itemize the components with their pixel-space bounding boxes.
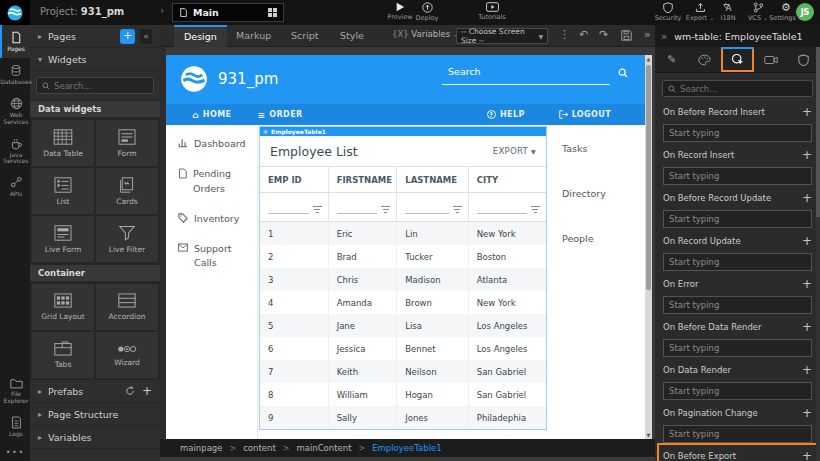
expand-right-panel-icon[interactable]: » xyxy=(644,28,651,41)
breadcrumb-item[interactable]: mainpage xyxy=(180,443,222,453)
filter-icon[interactable] xyxy=(531,206,540,215)
export-dropdown-button[interactable]: EXPORT ▼ xyxy=(493,146,536,156)
undo-icon[interactable]: ↶ xyxy=(579,28,588,41)
inspector-scrollbar[interactable] xyxy=(816,47,820,461)
table-row[interactable]: 8WilliamHoganSan Gabriel xyxy=(260,383,546,406)
table-row[interactable]: 7KeithNeilsonSan Gabriel xyxy=(260,360,546,383)
refresh-icon[interactable] xyxy=(125,386,135,396)
user-avatar[interactable]: JS xyxy=(796,3,814,21)
widget-wizard[interactable]: Wizard xyxy=(96,332,158,378)
table-row[interactable]: 9SallyJonesPhiladephia xyxy=(260,406,546,429)
widget-search-input[interactable] xyxy=(54,81,148,91)
table-row[interactable]: 2BradTuckerBoston xyxy=(260,245,546,268)
filter-icon[interactable] xyxy=(313,206,322,215)
table-row[interactable]: 6JessicaBennetLos Angeles xyxy=(260,337,546,360)
widget-form[interactable]: Form xyxy=(96,120,158,166)
tab-styles[interactable] xyxy=(688,47,721,72)
page-grid-icon[interactable] xyxy=(268,8,277,17)
widget-live-filter[interactable]: Live Filter xyxy=(96,216,158,262)
variables-section-header[interactable]: ▸ Variables xyxy=(30,426,160,449)
widget-accordion[interactable]: Accordion xyxy=(96,284,158,330)
rail-item-web-services[interactable]: Web Services xyxy=(0,91,30,131)
add-event-icon[interactable]: + xyxy=(802,149,812,161)
filter-icon[interactable] xyxy=(453,206,462,215)
tab-script[interactable]: Script xyxy=(281,25,329,47)
table-row[interactable]: 3ChrisMadisonAtlanta xyxy=(260,268,546,291)
menu-item-inventory[interactable]: Inventory xyxy=(178,212,257,226)
widget-list[interactable]: List xyxy=(32,168,94,214)
add-event-icon[interactable]: + xyxy=(802,235,812,247)
scrollbar-thumb[interactable] xyxy=(646,65,651,290)
tab-events[interactable] xyxy=(721,47,754,72)
rail-item-file-explorer[interactable]: File Explorer xyxy=(0,371,30,410)
nav-order[interactable]: ≡ ORDER xyxy=(257,110,302,120)
screen-size-select[interactable]: -- Choose Screen Size -- ▼ xyxy=(456,28,548,44)
event-handler-input[interactable] xyxy=(663,296,812,314)
widget-tabs[interactable]: Tabs xyxy=(32,332,94,378)
rail-item-apis[interactable]: APIs xyxy=(0,170,30,203)
page-selector[interactable]: Main xyxy=(172,3,284,22)
tab-design[interactable]: Design xyxy=(174,25,227,47)
app-search-input[interactable] xyxy=(442,84,610,85)
add-event-icon[interactable]: + xyxy=(802,192,812,204)
menu-item-dashboard[interactable]: Dashboard xyxy=(178,137,257,151)
breadcrumb-item[interactable]: mainContent xyxy=(296,443,351,453)
scroll-down-icon[interactable]: ▼ xyxy=(645,432,652,438)
filter-lastname[interactable] xyxy=(397,193,469,221)
filter-firstname[interactable] xyxy=(329,193,398,221)
inspector-search-input[interactable] xyxy=(680,84,807,94)
widget-live-form[interactable]: Live Form xyxy=(32,216,94,262)
add-event-icon[interactable]: + xyxy=(802,106,812,118)
widget-search[interactable] xyxy=(36,77,154,94)
filter-city[interactable] xyxy=(469,193,546,221)
search-icon[interactable] xyxy=(618,68,628,78)
add-event-icon[interactable]: + xyxy=(802,364,812,376)
table-row[interactable]: 5JaneLisaLos Angeles xyxy=(260,314,546,337)
collapse-inspector-icon[interactable]: » xyxy=(661,31,667,42)
more-options-icon[interactable]: ⋮ xyxy=(559,28,570,41)
add-prefab-button[interactable]: + xyxy=(142,384,152,398)
table-row[interactable]: 4AmandaBrownNew York xyxy=(260,291,546,314)
side-item-tasks[interactable]: Tasks xyxy=(562,143,645,154)
filter-icon[interactable] xyxy=(381,206,390,215)
scroll-up-icon[interactable]: ▲ xyxy=(645,56,652,62)
wavemaker-logo[interactable] xyxy=(0,0,30,25)
add-event-icon[interactable]: + xyxy=(802,278,812,290)
collapse-panel-button[interactable]: « xyxy=(140,29,152,44)
breadcrumb-item[interactable]: content xyxy=(243,443,276,453)
employee-table-widget[interactable]: ✛ EmployeeTable1 Employee List EXPORT ▼ … xyxy=(259,126,547,430)
tab-devices[interactable] xyxy=(754,47,787,72)
tab-markup[interactable]: Markup xyxy=(226,25,281,47)
event-handler-input[interactable] xyxy=(663,253,812,271)
column-header-lastname[interactable]: LASTNAME xyxy=(397,167,469,192)
event-handler-input[interactable] xyxy=(663,339,812,357)
widget-grid-layout[interactable]: Grid Layout xyxy=(32,284,94,330)
page-structure-section-header[interactable]: ▸ Page Structure xyxy=(30,403,160,426)
pages-section-header[interactable]: ▸ Pages + « xyxy=(30,25,160,48)
column-header-empid[interactable]: EMP ID xyxy=(260,167,329,192)
event-handler-input[interactable] xyxy=(663,210,812,228)
rail-item-java-services[interactable]: Java Services xyxy=(0,131,30,171)
add-event-icon[interactable]: + xyxy=(802,450,812,461)
filter-empid[interactable] xyxy=(260,193,329,221)
scrollbar-thumb[interactable] xyxy=(816,47,820,217)
widget-data-table[interactable]: Data Table xyxy=(32,120,94,166)
event-handler-input[interactable] xyxy=(663,124,812,142)
event-handler-input[interactable] xyxy=(663,382,812,400)
side-item-directory[interactable]: Directory xyxy=(562,188,645,199)
event-handler-input[interactable] xyxy=(663,425,812,443)
column-header-firstname[interactable]: FIRSTNAME xyxy=(329,167,398,192)
table-row[interactable]: 1EricLinNew York xyxy=(260,222,546,245)
tab-properties[interactable]: ✎ xyxy=(655,47,688,72)
event-handler-input[interactable] xyxy=(663,167,812,185)
add-event-icon[interactable]: + xyxy=(802,321,812,333)
redo-icon[interactable]: ↷ xyxy=(599,28,608,41)
tutorials-button[interactable]: Tutorials xyxy=(470,2,514,21)
tab-style[interactable]: Style xyxy=(330,25,374,47)
rail-item-databases[interactable]: Databases xyxy=(0,58,30,91)
canvas-scrollbar[interactable]: ▲ ▼ xyxy=(645,55,652,439)
prefabs-section-header[interactable]: ▸ Prefabs + xyxy=(30,380,160,403)
add-event-icon[interactable]: + xyxy=(802,407,812,419)
rail-item-logs[interactable]: Logs xyxy=(0,410,30,443)
side-item-people[interactable]: People xyxy=(562,233,645,244)
